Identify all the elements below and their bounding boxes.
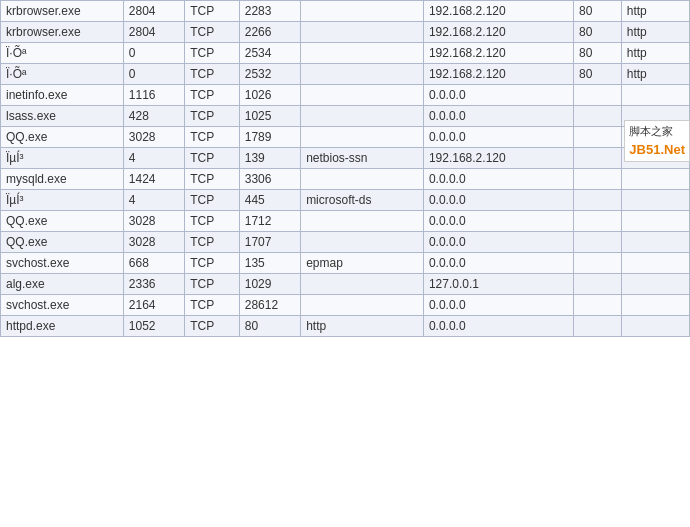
table-row: Ï·Õª0TCP2534192.168.2.12080http	[1, 43, 690, 64]
table-row: QQ.exe3028TCP17070.0.0.0	[1, 232, 690, 253]
network-table: krbrowser.exe2804TCP2283192.168.2.12080h…	[0, 0, 690, 337]
table-row: mysqld.exe1424TCP33060.0.0.0	[1, 169, 690, 190]
table-row: ÏµÍ³4TCP445microsoft-ds0.0.0.0	[1, 190, 690, 211]
table-row: ÏµÍ³4TCP139netbios-ssn192.168.2.120	[1, 148, 690, 169]
watermark-line2: JB51.Net	[629, 140, 685, 160]
table-row: QQ.exe3028TCP17890.0.0.0	[1, 127, 690, 148]
table-row: krbrowser.exe2804TCP2266192.168.2.12080h…	[1, 22, 690, 43]
table-row: svchost.exe668TCP135epmap0.0.0.0	[1, 253, 690, 274]
watermark: 脚本之家 JB51.Net	[624, 120, 690, 162]
table-row: krbrowser.exe2804TCP2283192.168.2.12080h…	[1, 1, 690, 22]
table-row: lsass.exe428TCP10250.0.0.0	[1, 106, 690, 127]
table-row: svchost.exe2164TCP286120.0.0.0	[1, 295, 690, 316]
table-row: inetinfo.exe1116TCP10260.0.0.0	[1, 85, 690, 106]
table-row: alg.exe2336TCP1029127.0.0.1	[1, 274, 690, 295]
watermark-line1: 脚本之家	[629, 123, 685, 140]
table-row: Ï·Õª0TCP2532192.168.2.12080http	[1, 64, 690, 85]
table-row: httpd.exe1052TCP80http0.0.0.0	[1, 316, 690, 337]
table-row: QQ.exe3028TCP17120.0.0.0	[1, 211, 690, 232]
